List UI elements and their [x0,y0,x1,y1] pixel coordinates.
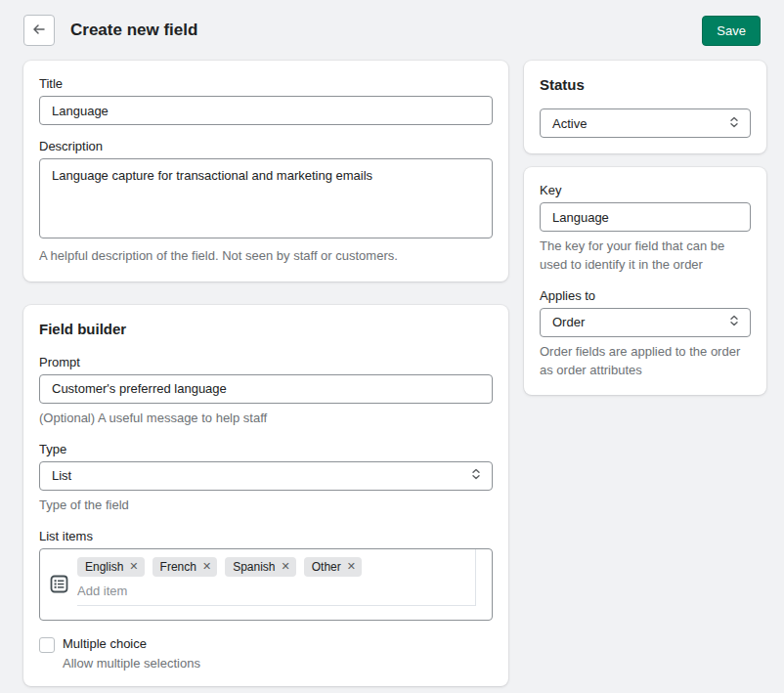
list-item-tag-label: French [160,560,196,574]
type-select-value: List [52,468,470,483]
list-item-tag: French✕ [152,557,218,577]
back-button[interactable] [23,15,55,46]
field-builder-card: Field builder Prompt (Optional) A useful… [23,305,508,686]
status-select[interactable]: Active [540,108,751,138]
description-field: Description Language capture for transac… [39,139,493,266]
status-card: Status Active [524,61,766,153]
main-column: Title Description Language capture for t… [23,61,508,693]
multiple-choice-row: Multiple choice Allow multiple selection… [39,636,493,671]
status-heading: Status [540,76,751,93]
status-select-value: Active [552,116,728,131]
key-card: Key The key for your field that can be u… [524,167,766,395]
close-icon[interactable]: ✕ [347,561,356,572]
chevron-updown-icon [728,115,740,132]
applies-to-help-text: Order fields are applied to the order as… [540,343,751,380]
multiple-choice-checkbox[interactable] [39,637,55,653]
save-button[interactable]: Save [702,16,761,46]
details-card: Title Description Language capture for t… [23,61,508,282]
description-help-text: A helpful description of the field. Not … [39,247,493,266]
list-item-tag: English✕ [77,557,145,577]
list-item-tag: Spanish✕ [225,557,296,577]
applies-to-field: Applies to Order Order fields are applie… [540,288,751,380]
applies-to-select[interactable]: Order [540,308,751,337]
close-icon[interactable]: ✕ [202,561,211,572]
list-items-editor: English✕French✕Spanish✕Other✕ [77,549,476,606]
close-icon[interactable]: ✕ [282,561,290,572]
prompt-help-text: (Optional) A useful message to help staf… [39,410,493,428]
key-field: Key The key for your field that can be u… [540,183,751,275]
list-items-box[interactable]: English✕French✕Spanish✕Other✕ [39,548,493,621]
page-layout: Title Description Language capture for t… [0,61,784,693]
prompt-field: Prompt (Optional) A useful message to he… [39,355,493,428]
list-item-tag-label: Spanish [233,560,275,574]
title-field: Title [39,76,493,125]
type-select[interactable]: List [39,461,493,491]
key-input[interactable] [540,202,751,232]
type-label: Type [39,442,493,456]
field-builder-heading: Field builder [39,321,493,337]
list-icon [40,549,77,620]
title-label: Title [39,76,493,91]
multiple-choice-label: Multiple choice [63,636,200,651]
chevron-updown-icon [728,314,740,330]
prompt-input[interactable] [39,374,493,404]
chevron-updown-icon [470,467,482,484]
side-column: Status Active Key The key for your field… [524,61,766,395]
description-textarea[interactable]: Language capture for transactional and m… [39,158,493,238]
list-items-field: List items Engl [39,529,493,621]
key-label: Key [540,183,751,197]
page-header: Create new field Save [0,0,784,61]
description-label: Description [39,139,493,153]
status-field: Active [540,108,751,138]
prompt-label: Prompt [39,355,493,369]
close-icon[interactable]: ✕ [129,561,138,572]
list-item-tag-label: Other [312,560,341,574]
title-input[interactable] [39,96,493,125]
arrow-left-icon [31,22,47,40]
tag-list: English✕French✕Spanish✕Other✕ [77,557,475,577]
page-title: Create new field [70,21,197,40]
key-help-text: The key for your field that can be used … [540,238,751,275]
list-item-tag: Other✕ [304,557,362,577]
add-item-input[interactable] [77,584,475,598]
multiple-choice-help: Allow multiple selections [63,656,200,671]
type-help-text: Type of the field [39,497,493,515]
multiple-choice-text: Multiple choice Allow multiple selection… [63,636,200,671]
list-item-tag-label: English [85,560,123,574]
applies-to-select-value: Order [552,315,728,329]
list-items-label: List items [39,529,493,543]
type-field: Type List Type of the field [39,442,493,515]
applies-to-label: Applies to [540,288,751,303]
